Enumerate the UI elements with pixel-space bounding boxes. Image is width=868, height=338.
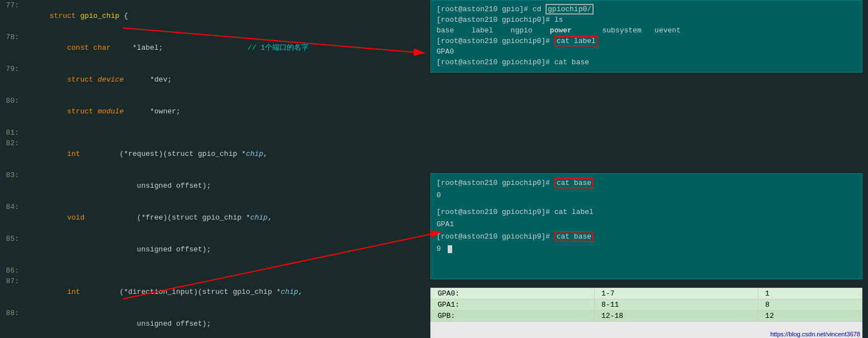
- table-area: GPA0: 1-7 1 GPA1: 8-11 8 GPB: 12-18 12 h…: [430, 288, 862, 338]
- line-num: 78:: [0, 32, 23, 42]
- line-num: 79:: [0, 64, 23, 74]
- right-panel: [root@aston210 gpio]# cd gpiochip0/ [roo…: [425, 0, 868, 338]
- code-line-80: 80: struct module *owner;: [0, 96, 425, 127]
- terminal-mid-line-4: [root@aston210 gpiochip9]# cat label: [437, 206, 856, 218]
- table-cell-range: 8-11: [595, 299, 758, 311]
- code-panel: 77: struct gpio_chip { 78: const char *l…: [0, 0, 425, 338]
- table-cell-name: GPA0:: [431, 288, 595, 299]
- code-line-86: 86:: [0, 265, 425, 276]
- code-line-83: 83: unsigned offset);: [0, 170, 425, 202]
- table-cell-base: 1: [758, 288, 862, 299]
- line-num: 81:: [0, 127, 23, 138]
- line-num: 82:: [0, 138, 23, 149]
- terminal-mid: [root@aston210 gpiochip0]# cat base 0 [r…: [430, 173, 862, 279]
- code-line-87: 87: int (*direction_input)(struct gpio_c…: [0, 276, 425, 308]
- code-line-81: 81:: [0, 127, 425, 138]
- line-num: 88:: [0, 308, 23, 318]
- terminal-line-4: [root@aston210 gpiochip0]# cat label: [437, 36, 856, 46]
- terminal-mid-line-5: GPA1: [437, 218, 856, 231]
- terminal-line-1: [root@aston210 gpio]# cd gpiochip0/: [437, 4, 856, 15]
- table-cell-base: 8: [758, 299, 862, 311]
- table-row-gpa0: GPA0: 1-7 1: [431, 288, 862, 299]
- terminal-mid-line-6: [root@aston210 gpiochip9]# cat base: [437, 231, 856, 243]
- terminal-mid-line-1: [root@aston210 gpiochip0]# cat base: [437, 177, 856, 189]
- code-line-85: 85: unsigned offset);: [0, 234, 425, 265]
- code-line-77: 77: struct gpio_chip {: [0, 0, 425, 32]
- code-line-88: 88: unsigned offset);: [0, 308, 425, 338]
- url-bar: https://blog.csdn.net/vincent3678: [768, 330, 862, 338]
- terminal-mid-line-7: 9: [437, 243, 856, 255]
- terminal-line-2: [root@aston210 gpiochip0]# ls: [437, 15, 856, 25]
- table-cell-name: GPB:: [431, 311, 595, 322]
- line-num: 80:: [0, 96, 23, 106]
- terminal-mid-line-3: [437, 202, 856, 206]
- code-line-84: 84: void (*free)(struct gpio_chip *chip,: [0, 202, 425, 234]
- table-row-gpa1: GPA1: 8-11 8: [431, 299, 862, 311]
- terminal-line-3: base label ngpio power subsystem uevent: [437, 25, 856, 36]
- table-cell-range: 1-7: [595, 288, 758, 299]
- terminal-line-6: [root@aston210 gpiochip0]# cat base: [437, 57, 856, 68]
- line-num: 84:: [0, 202, 23, 212]
- line-num: 83:: [0, 170, 23, 180]
- code-line-78: 78: const char *label; // 1个端口的名字: [0, 32, 425, 64]
- table-cell-name: GPA1:: [431, 299, 595, 311]
- table-row-gpb: GPB: 12-18 12: [431, 311, 862, 322]
- table-cell-base: 12: [758, 311, 862, 322]
- code-line-79: 79: struct device *dev;: [0, 64, 425, 96]
- gpio-table: GPA0: 1-7 1 GPA1: 8-11 8 GPB: 12-18 12: [430, 288, 862, 322]
- code-line-82: 82: int (*request)(struct gpio_chip *chi…: [0, 138, 425, 170]
- line-num: 77:: [0, 0, 23, 11]
- terminal-mid-line-2: 0: [437, 189, 856, 202]
- terminal-top: [root@aston210 gpio]# cd gpiochip0/ [roo…: [430, 0, 862, 73]
- line-num: 85:: [0, 234, 23, 244]
- table-cell-range: 12-18: [595, 311, 758, 322]
- terminal-line-5: GPA0: [437, 46, 856, 57]
- line-num: 87:: [0, 276, 23, 287]
- line-num: 86:: [0, 265, 23, 276]
